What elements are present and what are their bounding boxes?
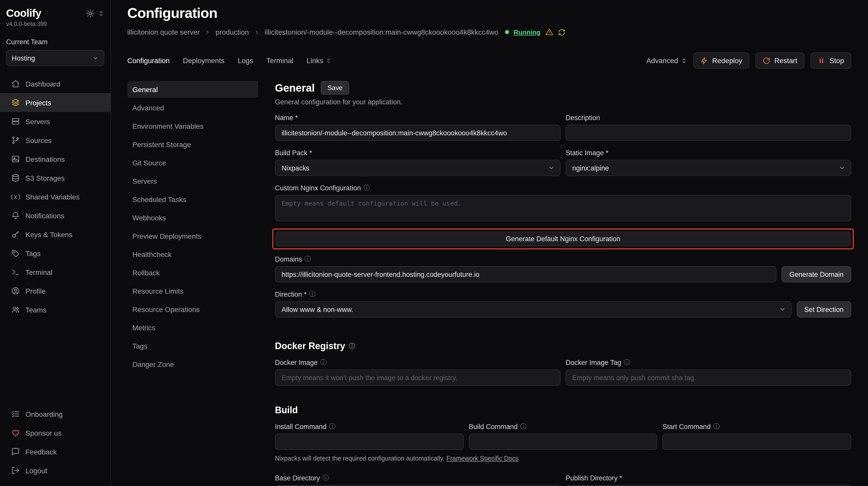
subnav-scheduled-tasks[interactable]: Scheduled Tasks	[127, 191, 258, 207]
subnav-persistent-storage[interactable]: Persistent Storage	[127, 136, 258, 153]
start-command-input[interactable]	[662, 433, 851, 450]
generate-domain-button[interactable]: Generate Domain	[782, 266, 851, 283]
sidebar-item-onboarding[interactable]: Onboarding	[0, 404, 111, 423]
advanced-dropdown-label: Advanced	[646, 57, 678, 65]
info-icon[interactable]: ⓘ	[322, 475, 329, 481]
sidebar-item-s3-storages[interactable]: S3 Storages	[0, 168, 111, 187]
subnav-resource-operations[interactable]: Resource Operations	[127, 301, 258, 318]
domains-label: Domains	[275, 256, 302, 263]
info-icon[interactable]: ⓘ	[309, 291, 316, 298]
static-image-select[interactable]: nginx:alpine	[566, 160, 851, 176]
subnav-environment-variables[interactable]: Environment Variables	[127, 118, 258, 134]
subnav-healthcheck[interactable]: Healthcheck	[127, 246, 258, 263]
sidebar-item-profile[interactable]: Profile	[0, 282, 111, 300]
save-button[interactable]: Save	[321, 81, 349, 95]
info-icon[interactable]: ⓘ	[305, 256, 311, 263]
description-input[interactable]	[566, 125, 851, 141]
subnav-advanced[interactable]: Advanced	[127, 99, 258, 116]
info-icon[interactable]: ⓘ	[624, 360, 630, 366]
sidebar-item-feedback[interactable]: Feedback	[0, 442, 111, 461]
subnav-git-source[interactable]: Git Source	[127, 154, 258, 171]
sidebar-item-terminal[interactable]: Terminal	[0, 263, 111, 282]
sidebar-item-destinations[interactable]: Destinations	[0, 150, 111, 168]
docker-image-input[interactable]	[275, 369, 560, 386]
subnav-rollback[interactable]: Rollback	[127, 264, 258, 281]
info-icon[interactable]: ⓘ	[320, 360, 327, 366]
subnav-metrics[interactable]: Metrics	[127, 319, 258, 336]
subnav-general[interactable]: General	[127, 81, 258, 98]
publish-directory-label: Publish Directory *	[566, 474, 622, 482]
sidebar-item-projects[interactable]: Projects	[0, 93, 111, 112]
sidebar-item-dashboard[interactable]: Dashboard	[0, 74, 111, 93]
info-icon[interactable]: ⓘ	[329, 424, 336, 430]
build-command-input[interactable]	[469, 433, 657, 450]
subnav-webhooks[interactable]: Webhooks	[127, 209, 258, 226]
tab-deployments[interactable]: Deployments	[183, 57, 224, 65]
install-command-label: Install Command	[275, 423, 327, 430]
docker-registry-heading: Docker Registry	[275, 341, 345, 352]
info-icon[interactable]: ⓘ	[520, 424, 526, 430]
subnav-danger-zone[interactable]: Danger Zone	[127, 356, 258, 372]
current-team-label: Current Team	[6, 38, 104, 46]
sidebar-item-label: Dashboard	[26, 79, 60, 88]
build-pack-select[interactable]: Nixpacks	[275, 160, 560, 176]
subnav-servers[interactable]: Servers	[127, 172, 258, 189]
name-input[interactable]	[275, 125, 560, 141]
subnav-resource-limits[interactable]: Resource Limits	[127, 283, 258, 299]
set-direction-button[interactable]: Set Direction	[797, 301, 851, 318]
publish-directory-input[interactable]	[566, 485, 851, 486]
info-icon[interactable]: ⓘ	[713, 424, 720, 430]
chevron-down-icon	[92, 55, 99, 61]
sidebar-item-servers[interactable]: Servers	[0, 112, 111, 131]
generate-nginx-config-button[interactable]: Generate Default Nginx Configuration	[275, 232, 851, 246]
tab-configuration[interactable]: Configuration	[127, 57, 170, 65]
tab-logs[interactable]: Logs	[238, 57, 253, 65]
breadcrumb-environment[interactable]: production	[216, 28, 249, 36]
tab-links[interactable]: Links	[307, 57, 332, 65]
info-icon[interactable]: ⓘ	[349, 343, 355, 350]
docker-image-tag-input[interactable]	[566, 369, 851, 386]
redeploy-button[interactable]: Redeploy	[693, 53, 749, 69]
restart-button[interactable]: Restart	[755, 53, 804, 69]
sidebar-item-notifications[interactable]: Notifications	[0, 206, 111, 225]
tab-terminal[interactable]: Terminal	[267, 57, 293, 65]
sidebar-item-sources[interactable]: Sources	[0, 131, 111, 150]
key-icon	[11, 230, 20, 239]
direction-select[interactable]: Allow www & non-www.	[275, 301, 792, 318]
advanced-dropdown[interactable]: Advanced	[646, 57, 687, 65]
info-icon[interactable]: ⓘ	[364, 185, 370, 191]
sidebar-item-sponsor-us[interactable]: Sponsor us	[0, 423, 111, 442]
stop-button[interactable]: Stop	[810, 53, 851, 69]
subnav-tags[interactable]: Tags	[127, 337, 258, 354]
sidebar-item-logout[interactable]: Logout	[0, 461, 111, 480]
page-title: Configuration	[127, 5, 851, 21]
redeploy-label: Redeploy	[712, 57, 742, 65]
sidebar-item-keys-tokens[interactable]: Keys & Tokens	[0, 225, 111, 244]
static-image-value: nginx:alpine	[572, 164, 609, 172]
theme-selector-icon[interactable]	[98, 10, 104, 17]
subnav-preview-deployments[interactable]: Preview Deployments	[127, 227, 258, 244]
database-icon	[11, 173, 20, 182]
sidebar-item-label: Onboarding	[26, 410, 63, 418]
sidebar-item-teams[interactable]: Teams	[0, 300, 111, 319]
nginx-config-label: Custom Nginx Configuration	[275, 184, 361, 192]
sidebar-item-label: Keys & Tokens	[26, 230, 72, 238]
refresh-status-icon[interactable]	[558, 28, 565, 36]
breadcrumb-resource[interactable]: illicitestonion/-module--decomposition:m…	[265, 28, 498, 36]
home-icon	[11, 79, 20, 88]
breadcrumb-project[interactable]: illicitonion quote server	[127, 28, 200, 36]
selector-icon	[325, 57, 332, 64]
sidebar-item-shared-variables[interactable]: (x) Shared Variables	[0, 187, 111, 206]
domains-input[interactable]	[275, 266, 777, 283]
status-running-link[interactable]: Running	[514, 28, 540, 36]
app-title: Coolify	[6, 7, 41, 19]
sun-icon[interactable]	[86, 9, 95, 18]
nginx-config-textarea[interactable]	[275, 195, 851, 221]
warning-icon[interactable]	[545, 28, 553, 36]
base-directory-input[interactable]	[275, 485, 560, 486]
sidebar-item-tags[interactable]: Tags	[0, 244, 111, 263]
team-select[interactable]: Hosting	[6, 50, 104, 66]
framework-docs-link[interactable]: Framework Specific Docs	[446, 455, 519, 462]
install-command-input[interactable]	[275, 433, 464, 450]
tag-icon	[11, 249, 20, 258]
